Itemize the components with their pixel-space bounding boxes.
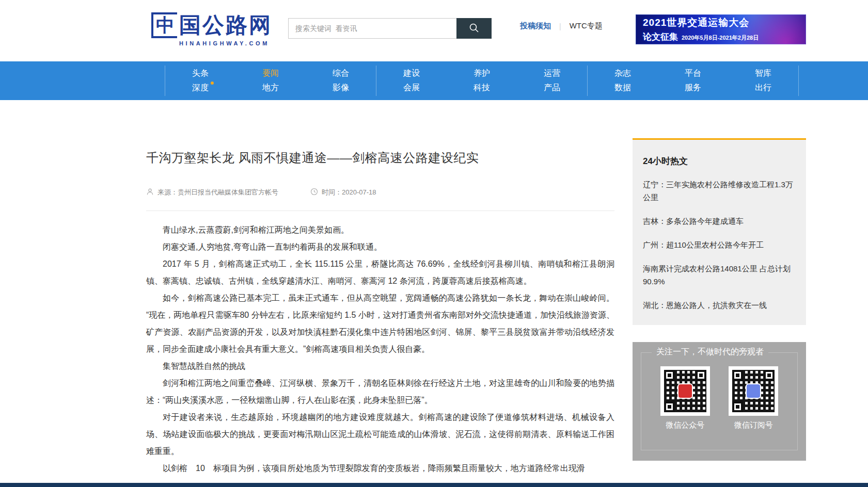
nav-item-platform[interactable]: 平台: [685, 67, 701, 80]
nav-item-magazine[interactable]: 杂志: [614, 67, 631, 80]
hot-article-link[interactable]: 海南累计完成农村公路14081公里 占总计划90.9%: [643, 262, 796, 288]
article-source: 来源：贵州日报当代融媒体集团官方帐号: [146, 188, 278, 197]
site-logo[interactable]: 中 国公路网 HINAHIGHWAY.COM: [151, 12, 272, 46]
nav-item-service[interactable]: 服务: [685, 81, 701, 94]
article-time-text: 时间：2020-07-18: [322, 188, 376, 197]
article-source-text: 来源：贵州日报当代融媒体集团官方帐号: [157, 188, 278, 197]
nav-item-expo[interactable]: 会展: [403, 81, 420, 94]
banner-dates: 2020年5月8日-2021年2月28日: [682, 34, 759, 42]
nav-item-headlines[interactable]: 头条: [192, 67, 209, 80]
wechat-follow-title: 关注一下，不做时代的旁观者: [652, 347, 768, 358]
nav-col-4: 建设 会展: [376, 66, 447, 96]
hot-article-link[interactable]: 广州：超110公里农村公路今年开工: [643, 238, 796, 251]
hot-article-link[interactable]: 吉林：多条公路今年建成通车: [643, 215, 796, 228]
links-divider: |: [559, 22, 561, 30]
nav-group-1: 头条 深度 要闻 地方 综合 影像: [165, 66, 376, 96]
nav-item-technology[interactable]: 科技: [474, 81, 490, 94]
article-body: 青山绿水,云蒸霞蔚,剑河和榕江两地之间美景如画。 闭塞交通,人穷地贫,弯弯山路一…: [146, 221, 614, 477]
qr-eye-icon: [664, 401, 675, 412]
new-dot-icon: [211, 82, 214, 85]
main-nav-inner: 头条 深度 要闻 地方 综合 影像 建设 会展 养护 科技 运营: [165, 66, 799, 96]
wtc-topic-link[interactable]: WTC专题: [570, 21, 603, 31]
hot-article-link[interactable]: 辽宁：三年实施农村公路维修改造工程1.3万公里: [643, 178, 796, 204]
nav-col-7: 杂志 数据: [588, 66, 658, 96]
article-paragraph: 剑河和榕江两地之间重峦叠嶂、江河纵横、景象万千，清朝名臣林则徐在行经这片土地，对…: [146, 375, 614, 409]
wtc-congress-banner[interactable]: 2021世界交通运输大会 论文征集 2020年5月8日-2021年2月28日: [636, 14, 806, 44]
qr-eye-icon: [732, 401, 743, 412]
submission-notice-link[interactable]: 投稿须知: [520, 21, 551, 31]
article-divider: [146, 210, 614, 211]
article-paragraph: 2017 年 5 月，剑榕高速正式动工，全长 115.115 公里，桥隧比高达 …: [146, 255, 614, 289]
nav-col-6: 运营 产品: [517, 66, 587, 96]
logo-wordmark: 中 国公路网: [151, 12, 272, 38]
hot-articles-list: 辽宁：三年实施农村公路维修改造工程1.3万公里 吉林：多条公路今年建成通车 广州…: [643, 178, 796, 312]
article-paragraph: 以剑榕 10 标项目为例，该项目所处地质为节理裂隙发育的变质板岩，降雨频繁且雨量…: [146, 460, 614, 477]
search-button[interactable]: [456, 18, 492, 39]
article-paragraph: 对于建设者来说，生态越原始，环境越幽闭的地方建设难度就越大。剑榕高速的建设除了便…: [146, 409, 614, 460]
nav-group-2: 建设 会展 养护 科技 运营 产品: [376, 66, 587, 96]
nav-col-9: 智库 出行: [728, 66, 798, 96]
nav-item-depth[interactable]: 深度: [192, 81, 209, 94]
search-input[interactable]: [288, 18, 456, 39]
banner-title: 2021世界交通运输大会: [643, 16, 806, 29]
qr-code-row: 微信公众号 微信订阅号: [641, 366, 797, 430]
banner-call-for-papers: 论文征集: [643, 31, 678, 43]
logo-text: 国公路网: [179, 14, 272, 36]
qr-center-logo-blue: [747, 384, 760, 398]
qr-subscription-account: 微信订阅号: [729, 366, 778, 430]
header-links: 投稿须知 | WTC专题: [520, 21, 603, 31]
site-header: 中 国公路网 HINAHIGHWAY.COM 投稿须知 | WTC专题 2021…: [0, 0, 868, 61]
nav-item-travel[interactable]: 出行: [755, 81, 771, 94]
nav-item-local[interactable]: 地方: [262, 81, 279, 94]
nav-item-news-active[interactable]: 要闻: [262, 67, 279, 80]
qr-eye-icon: [696, 370, 706, 381]
hot-articles-box: 24小时热文 辽宁：三年实施农村公路维修改造工程1.3万公里 吉林：多条公路今年…: [633, 138, 806, 325]
article-paragraph: 青山绿水,云蒸霞蔚,剑河和榕江两地之间美景如画。: [146, 221, 614, 238]
article-time: 时间：2020-07-18: [310, 188, 376, 197]
nav-item-products[interactable]: 产品: [544, 81, 560, 94]
qr-code-icon: [729, 366, 778, 416]
qr-official-account-label: 微信公众号: [660, 420, 710, 430]
search-icon: [468, 22, 480, 36]
logo-domain-text: HINAHIGHWAY.COM: [179, 40, 272, 46]
article-title: 千沟万壑架长龙 风雨不惧建通途——剑榕高速公路建设纪实: [146, 150, 614, 166]
qr-center-logo-red: [678, 384, 692, 398]
nav-item-data[interactable]: 数据: [614, 81, 631, 94]
nav-col-8: 平台 服务: [658, 66, 728, 96]
qr-eye-icon: [664, 370, 675, 381]
nav-item-operation[interactable]: 运营: [544, 67, 560, 80]
nav-item-images[interactable]: 影像: [333, 81, 349, 94]
nav-group-3: 杂志 数据 平台 服务 智库 出行: [588, 66, 798, 96]
banner-subtitle-row: 论文征集 2020年5月8日-2021年2月28日: [643, 31, 806, 43]
hot-article-link[interactable]: 湖北：恩施公路人，抗洪救灾在一线: [643, 299, 796, 312]
article-paragraph: 闭塞交通,人穷地贫,弯弯山路一直制约着两县的发展和联通。: [146, 238, 614, 255]
qr-eye-icon: [732, 370, 743, 381]
qr-official-account: 微信公众号: [660, 366, 710, 430]
search-bar: [288, 18, 492, 39]
nav-col-1: 头条 深度: [165, 66, 235, 96]
qr-code-icon: [660, 366, 710, 416]
nav-item-general[interactable]: 综合: [333, 67, 349, 80]
qr-subscription-account-label: 微信订阅号: [729, 420, 778, 430]
article-paragraph: 如今，剑榕高速公路已基本完工，虽未正式通车，但从高空眺望，宽阔通畅的高速公路犹如…: [146, 289, 614, 358]
main-nav: 头条 深度 要闻 地方 综合 影像 建设 会展 养护 科技 运营: [0, 61, 868, 100]
nav-col-2: 要闻 地方: [235, 66, 306, 96]
nav-divider: [798, 66, 799, 96]
wechat-follow-box: 关注一下，不做时代的旁观者 微信公众号: [633, 342, 806, 461]
nav-item-thinktank[interactable]: 智库: [755, 67, 771, 80]
qr-eye-icon: [764, 370, 775, 381]
nav-col-5: 养护 科技: [447, 66, 517, 96]
hot-articles-title: 24小时热文: [643, 155, 796, 167]
article-paragraph: 集智慧战胜自然的挑战: [146, 358, 614, 375]
logo-bracket-box: 中: [151, 12, 177, 38]
wechat-follow-frame: 关注一下，不做时代的旁观者 微信公众号: [641, 352, 798, 450]
article: 千沟万壑架长龙 风雨不惧建通途——剑榕高速公路建设纪实 来源：贵州日报当代融媒体…: [146, 139, 614, 477]
nav-item-construction[interactable]: 建设: [403, 67, 420, 80]
nav-item-maintenance[interactable]: 养护: [474, 67, 490, 80]
nav-col-3: 综合 影像: [306, 66, 376, 96]
footer-top-strip: [0, 483, 868, 487]
sidebar: 24小时热文 辽宁：三年实施农村公路维修改造工程1.3万公里 吉林：多条公路今年…: [633, 138, 806, 461]
person-icon: [146, 188, 154, 197]
article-meta: 来源：贵州日报当代融媒体集团官方帐号 时间：2020-07-18: [146, 188, 614, 197]
clock-icon: [310, 188, 318, 197]
